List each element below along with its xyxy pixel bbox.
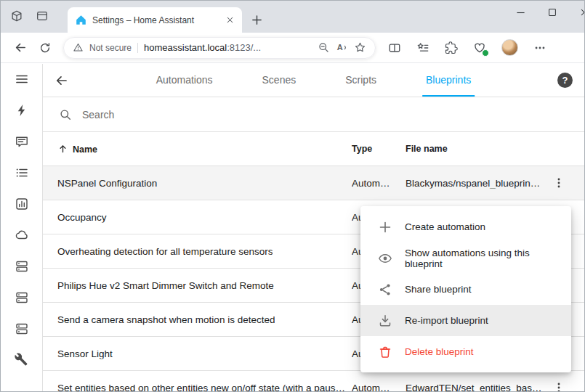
blueprint-file: EdwardTEN/set_entities_bas… [406,383,561,392]
favorites-hub-icon[interactable] [416,41,429,54]
new-tab-button[interactable] [251,14,263,26]
lightning-icon [15,103,29,118]
plus-icon [378,220,392,234]
favorite-star-icon[interactable] [354,41,366,54]
search-input[interactable] [82,109,584,121]
column-header-name[interactable]: Name [57,144,97,155]
workspaces-icon[interactable] [10,9,23,23]
search-row [43,97,584,132]
back-icon[interactable] [8,36,33,60]
browser-toolbar: Not secure homeassistant.local:8123/... … [1,33,584,63]
blueprint-context-menu: Create automation Show automations using… [360,206,571,372]
tab-title: Settings – Home Assistant [92,15,218,25]
settings-more-icon[interactable] [533,41,546,54]
sidebar-item-analytics[interactable] [1,188,42,219]
zoom-icon[interactable] [318,41,330,54]
sidebar-item-todo-lists[interactable] [1,157,42,188]
blueprint-type: Autom… [352,383,401,392]
sidebar-item-assist[interactable] [1,126,42,157]
eye-icon [378,251,392,266]
ha-back-icon[interactable] [55,73,69,88]
wrench-icon [15,353,28,367]
menu-item-show-automations[interactable]: Show automations using this blueprint [360,242,571,274]
menu-item-delete-blueprint[interactable]: Delete blueprint [360,336,571,367]
svg-text:A: A [337,43,343,52]
browser-essentials-icon[interactable] [473,41,486,54]
import-icon [378,314,392,328]
sidebar-item-addon-3[interactable] [1,313,42,344]
blueprint-file: Blackymas/nspanel_blueprin… [406,178,561,189]
browser-tab[interactable]: Settings – Home Assistant [68,7,242,33]
menu-item-share-blueprint[interactable]: Share blueprint [360,274,571,305]
ha-header: Automations Scenes Scripts Blueprints ? [43,64,584,97]
blueprint-type: Autom… [352,178,401,189]
row-overflow-icon[interactable] [552,176,565,189]
server-icon [15,290,29,305]
sidebar-item-developer-tools[interactable] [1,344,42,375]
chat-icon [15,134,29,149]
sidebar-item-addon-2[interactable] [1,282,42,313]
tab-actions-icon[interactable] [36,9,49,23]
window-controls [504,1,585,24]
maximize-button[interactable] [536,1,568,24]
trash-icon [378,345,392,359]
blueprint-name: Occupancy [57,212,107,223]
server-icon [15,322,29,336]
table-row[interactable]: Set entities based on other entities new… [43,371,584,392]
blueprint-name: Sensor Light [57,348,113,359]
server-icon [15,259,29,274]
tab-scenes[interactable]: Scenes [259,64,300,97]
blueprint-name: Set entities based on other entities new… [57,383,345,392]
share-icon [378,282,392,297]
tab-automations[interactable]: Automations [153,64,217,97]
profile-avatar[interactable] [501,39,518,56]
table-row[interactable]: NSPanel Configuration Autom… Blackymas/n… [43,166,584,200]
address-bar[interactable]: Not secure homeassistant.local:8123/... … [63,37,376,59]
ha-sidebar [1,64,43,391]
browser-tabstrip: Settings – Home Assistant [1,1,584,33]
tab-blueprints[interactable]: Blueprints [422,64,475,97]
search-icon [59,108,72,121]
list-icon [15,166,29,180]
sidebar-item-energy[interactable] [1,94,42,126]
browser-window: Settings – Home Assistant [0,0,585,392]
ha-tab-bar: Automations Scenes Scripts Blueprints [153,64,475,97]
sidebar-menu-button[interactable] [1,64,42,94]
blueprint-name: NSPanel Configuration [57,178,157,189]
close-button[interactable] [568,1,585,24]
table-header: Name Type File name [43,132,584,166]
read-aloud-icon[interactable]: A [336,41,348,54]
address-divider [137,43,138,53]
toolbar-right [388,39,546,56]
refresh-icon[interactable] [33,36,57,60]
column-header-type[interactable]: Type [352,144,372,154]
security-label[interactable]: Not secure [89,43,132,53]
menu-item-create-automation[interactable]: Create automation [360,211,571,242]
blueprint-name: Philips Hue v2 Smart Dimmer Switch and R… [57,280,274,291]
blueprint-name: Overheating detection for all temperatur… [57,246,273,257]
cloud-icon [15,228,29,242]
sidebar-item-cloud[interactable] [1,219,42,250]
row-overflow-icon[interactable] [552,381,565,392]
sidebar-item-addon-1[interactable] [1,250,42,282]
blueprint-name: Send a camera snapshot when motion is de… [57,314,275,325]
bar-chart-icon [15,197,29,211]
sort-ascending-icon [57,144,68,155]
menu-item-reimport-blueprint[interactable]: Re-import blueprint [360,305,571,336]
url-text[interactable]: homeassistant.local:8123/... [144,42,312,53]
tab-close-icon[interactable] [224,14,236,26]
column-header-file[interactable]: File name [406,144,448,154]
minimize-button[interactable] [504,1,536,24]
split-screen-icon[interactable] [388,41,401,54]
not-secure-warning-icon [73,42,84,53]
help-icon[interactable]: ? [557,73,573,88]
tab-scripts[interactable]: Scripts [342,64,380,97]
extensions-icon[interactable] [445,41,458,54]
home-assistant-favicon [76,15,86,25]
